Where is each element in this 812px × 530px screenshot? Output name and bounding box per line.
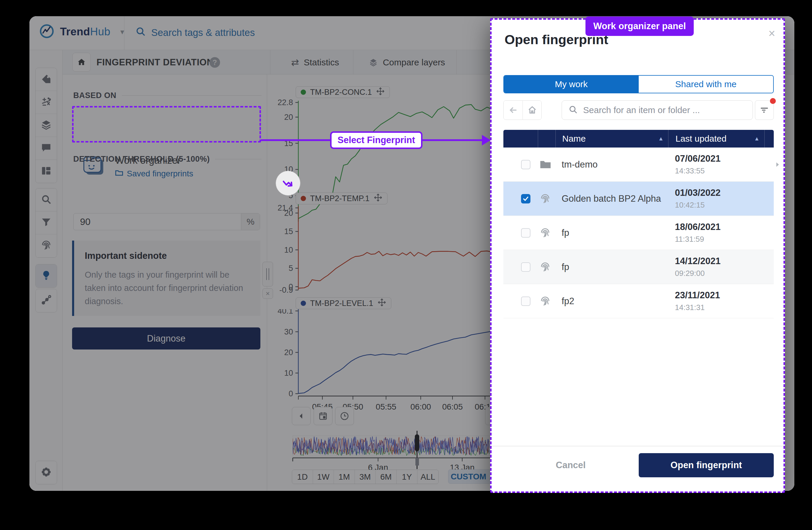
table-header: Name ▲ Last updated ▲	[503, 130, 774, 148]
screenshot-canvas: TrendHub ▾ Search tags & attributes FING…	[0, 0, 812, 530]
footer-divider	[492, 446, 783, 446]
modal-search	[562, 100, 753, 120]
modal-toolbar	[503, 100, 774, 120]
row-name: fp	[562, 227, 569, 238]
row-time: 11:31:59	[675, 235, 721, 244]
fingerprint-icon	[539, 193, 552, 205]
search-icon	[568, 105, 578, 115]
row-time: 14:31:31	[675, 303, 720, 312]
cancel-button[interactable]: Cancel	[556, 460, 586, 471]
sort-asc-icon[interactable]: ▲	[658, 136, 664, 142]
row-date: 01/03/2022	[675, 187, 721, 198]
sort-asc-icon[interactable]: ▲	[754, 136, 760, 142]
filter-sort-button[interactable]	[755, 100, 774, 120]
fingerprint-icon	[539, 261, 552, 273]
fingerprint-icon	[539, 227, 552, 239]
table-row[interactable]: Golden batch BP2 Alpha 01/03/202210:42:1…	[503, 182, 774, 216]
tab-shared-with-me[interactable]: Shared with me	[639, 76, 773, 93]
modal-tabs: My work Shared with me	[503, 75, 774, 93]
table-row[interactable]: tm-demo 07/06/202114:33:55	[503, 148, 774, 182]
close-icon[interactable]: ×	[768, 27, 775, 40]
row-time: 09:29:00	[675, 269, 721, 278]
tab-my-work[interactable]: My work	[504, 76, 639, 93]
row-checkbox[interactable]	[521, 228, 531, 238]
back-button[interactable]	[504, 101, 522, 120]
modal-title: Open fingerprint	[505, 32, 608, 47]
table-row[interactable]: fp 14/12/202109:29:00	[503, 250, 774, 284]
row-date: 14/12/2021	[675, 256, 721, 266]
row-date: 07/06/2021	[675, 153, 721, 164]
table-row[interactable]: fp2 23/11/202114:31:31	[503, 284, 774, 318]
notification-dot	[770, 98, 776, 104]
row-time: 14:33:55	[675, 166, 721, 176]
row-date: 18/06/2021	[675, 222, 721, 232]
col-last-updated[interactable]: Last updated	[676, 134, 726, 144]
row-time: 10:42:15	[675, 200, 721, 210]
row-date: 23/11/2021	[675, 290, 720, 301]
chevron-right-icon[interactable]	[773, 161, 781, 168]
row-name: fp	[562, 262, 569, 273]
open-fingerprint-modal: × Open fingerprint My work Shared with m…	[490, 18, 785, 493]
modal-search-input[interactable]	[583, 105, 746, 115]
fingerprint-icon	[539, 295, 552, 307]
table-row[interactable]: fp 18/06/202111:31:59	[503, 216, 774, 250]
row-checkbox[interactable]	[521, 262, 531, 272]
file-table: Name ▲ Last updated ▲ tm-demo 07/06/2021…	[503, 130, 774, 318]
row-name: fp2	[562, 296, 574, 307]
row-name: tm-demo	[562, 159, 597, 170]
row-checkbox[interactable]	[521, 296, 531, 306]
row-checkbox[interactable]	[521, 194, 531, 204]
row-checkbox[interactable]	[521, 160, 531, 169]
row-name: Golden batch BP2 Alpha	[562, 193, 661, 204]
home-folder-button[interactable]	[522, 101, 541, 120]
open-fingerprint-button[interactable]: Open fingerprint	[639, 453, 774, 477]
col-name[interactable]: Name	[562, 134, 586, 144]
folder-icon	[539, 159, 552, 170]
